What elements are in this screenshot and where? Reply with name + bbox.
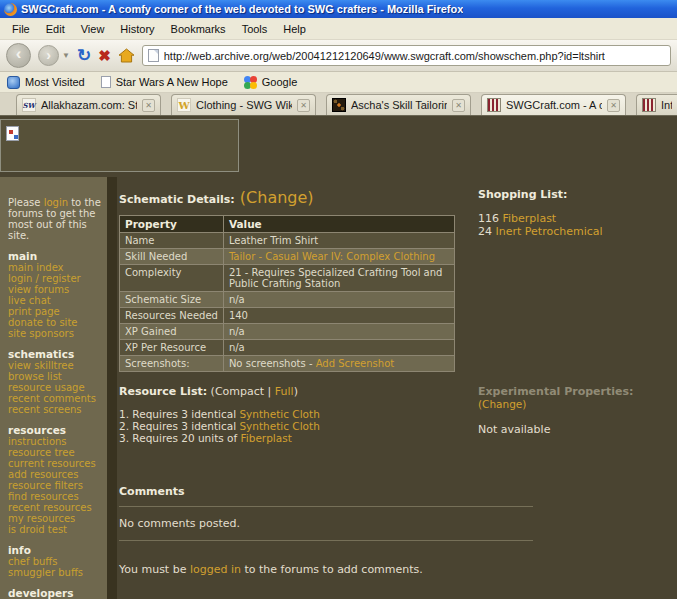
back-button[interactable] [6,43,31,68]
tab-swgcraft[interactable]: SWGCraft.com - A comf... [481,94,626,115]
shopping-list-items: 116 Fiberplast 24 Inert Petrochemical [478,212,673,238]
sidebar-item-is-droid-test[interactable]: is droid test [8,524,104,535]
schematic-details-title: Schematic Details: [119,193,235,206]
section-header: main [8,251,104,262]
menu-file[interactable]: File [4,20,38,38]
value-column-header: Value [223,216,454,233]
page-icon [101,76,111,88]
allakhazam-favicon [22,98,36,112]
close-icon[interactable] [142,99,155,112]
section-title-row: Resource List: (Compact | Full) [119,385,459,398]
table-row-skill-needed: Skill Needed Tailor - Casual Wear IV: Co… [120,249,455,265]
sidebar-item-chef-buffs[interactable]: chef buffs [8,556,104,567]
close-icon[interactable] [297,99,310,112]
tab-swg-wiki[interactable]: Clothing - SWG Wiki, the... [171,94,316,115]
sidebar-item-resource-tree[interactable]: resource tree [8,447,104,458]
bookmarks-toolbar: Most Visited Star Wars A New Hope Google [0,72,677,93]
sidebar-item-print-page[interactable]: print page [8,306,104,317]
resource-link[interactable]: Fiberplast [241,432,292,444]
sidebar-section-info: info chef buffs smuggler buffs [8,545,104,578]
change-experimental-link[interactable]: (Change) [478,398,526,410]
resource-list-item: 1. Requires 3 identical Synthetic Cloth [119,408,459,420]
refresh-icon[interactable] [77,47,91,64]
sidebar-section-main: main main index login / register view fo… [8,251,104,339]
stop-icon[interactable] [98,48,111,63]
swgcraft-favicon [487,98,501,112]
sidebar-item-view-skilltree[interactable]: view skilltree [8,360,104,371]
bookmark-google[interactable]: Google [244,76,297,89]
sidebar-item-my-resources[interactable]: my resources [8,513,104,524]
resource-list-title: Resource List: [119,385,207,398]
sidebar-item-browse-list[interactable]: browse list [8,371,104,382]
add-screenshot-link[interactable]: Add Screenshot [316,358,395,369]
menu-help[interactable]: Help [275,20,314,38]
sidebar-item-donate[interactable]: donate to site [8,317,104,328]
forward-button[interactable] [38,45,59,66]
quantity: 24 [478,225,496,238]
tab-label: Allakhazam.com: Star W... [41,99,137,111]
sidebar-item-smuggler-buffs[interactable]: smuggler buffs [8,567,104,578]
value-cell: 140 [223,308,454,324]
property-cell: Resources Needed [120,308,224,324]
sidebar-item-resource-filters[interactable]: resource filters [8,480,104,491]
logged-in-link[interactable]: logged in [190,563,241,576]
menu-view[interactable]: View [73,20,113,38]
comments-section: Comments No comments posted. You must be… [119,485,533,576]
sidebar-intro: Please login to the forums to get the mo… [8,197,104,241]
change-schematic-link[interactable]: (Change) [240,188,314,207]
broken-image-icon [6,126,19,141]
close-icon[interactable] [607,99,620,112]
screenshots-text: No screenshots - [229,358,316,369]
bookmark-label: Star Wars A New Hope [116,76,228,88]
schematic-details-section: Schematic Details: (Change) Property Val… [119,188,459,372]
sidebar-item-instructions[interactable]: instructions [8,436,104,447]
sidebar-item-live-chat[interactable]: live chat [8,295,104,306]
tab-ascha-tailoring[interactable]: Ascha's Skill Tailoring for ... [326,94,471,115]
bookmark-star-wars[interactable]: Star Wars A New Hope [101,76,228,88]
resource-link[interactable]: Synthetic Cloth [239,408,319,420]
history-dropdown-icon[interactable]: ▼ [62,51,70,60]
skill-link[interactable]: Tailor - Casual Wear IV: Complex Clothin… [229,251,435,262]
sidebar-item-recent-resources[interactable]: recent resources [8,502,104,513]
tab-internet[interactable]: Intern [636,94,677,115]
property-cell: Screenshots: [120,356,224,372]
tab-label: Clothing - SWG Wiki, the... [196,99,292,111]
sidebar-section-resources: resources instructions resource tree cur… [8,425,104,535]
resource-link[interactable]: Inert Petrochemical [496,225,603,238]
comments-footer: You must be logged in to the forums to a… [119,563,533,576]
sidebar-item-find-resources[interactable]: find resources [8,491,104,502]
section-header: resources [8,425,104,436]
bookmark-most-visited[interactable]: Most Visited [7,76,85,89]
menu-history[interactable]: History [112,20,162,38]
close-icon[interactable] [452,99,465,112]
sidebar-item-login-register[interactable]: login / register [8,273,104,284]
sidebar-section-developers: developers [8,588,104,599]
sidebar-item-recent-screens[interactable]: recent screens [8,404,104,415]
sidebar-item-current-resources[interactable]: current resources [8,458,104,469]
url-text[interactable]: http://web.archive.org/web/2004121212064… [164,50,605,62]
menu-edit[interactable]: Edit [38,20,73,38]
menu-tools[interactable]: Tools [234,20,276,38]
value-cell: Leather Trim Shirt [223,233,454,249]
firefox-window: SWGCraft.com - A comfy corner of the web… [0,0,677,599]
home-icon[interactable] [118,48,135,63]
resource-link[interactable]: Synthetic Cloth [239,420,319,432]
resource-link[interactable]: Fiberplast [503,212,557,225]
sidebar-item-recent-comments[interactable]: recent comments [8,393,104,404]
comments-empty-text: No comments posted. [119,517,533,530]
section-title-row: Experimental Properties: (Change) [478,385,677,410]
requirement-text: 2. Requires 3 identical [119,420,239,432]
menu-bookmarks[interactable]: Bookmarks [163,20,234,38]
paren: ) [294,385,298,398]
tab-allakhazam[interactable]: Allakhazam.com: Star W... [16,94,161,115]
sidebar-item-resource-usage[interactable]: resource usage [8,382,104,393]
sidebar-item-view-forums[interactable]: view forums [8,284,104,295]
sidebar-item-main-index[interactable]: main index [8,262,104,273]
sidebar-item-add-resources[interactable]: add resources [8,469,104,480]
login-link[interactable]: login [44,197,68,208]
separator: | [264,385,275,398]
url-bar[interactable]: http://web.archive.org/web/2004121212064… [142,45,671,66]
sidebar-item-sponsors[interactable]: site sponsors [8,328,104,339]
title-bar[interactable]: SWGCraft.com - A comfy corner of the web… [0,0,677,18]
full-view-link[interactable]: Full [275,385,294,398]
